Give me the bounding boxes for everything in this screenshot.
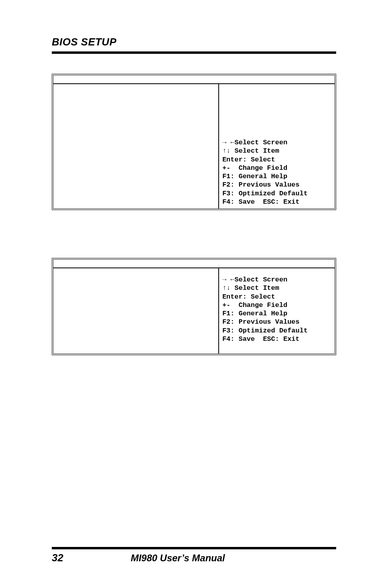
help-change-field: +- Change Field: [222, 301, 331, 309]
help-enter: Enter: Select: [222, 155, 331, 164]
help-select-item: ↑↓ Select Item: [222, 284, 331, 292]
page-footer: 32 MI980 User’s Manual: [0, 547, 380, 564]
help-enter: Enter: Select: [222, 293, 331, 301]
help-opt-default: F3: Optimized Default: [222, 189, 331, 198]
help-select-item: ↑↓ Select Item: [222, 147, 331, 155]
bios-box-2-titlebar: [53, 260, 335, 268]
page-number: 32: [52, 552, 63, 564]
bios-box-2-left-pane: [53, 268, 219, 354]
help-save-exit: F4: Save ESC: Exit: [222, 335, 331, 343]
help-opt-default: F3: Optimized Default: [222, 326, 331, 335]
section-header: BIOS SETUP: [52, 36, 336, 48]
bios-box-1-left-pane: [53, 84, 219, 208]
bios-box-1-titlebar: [53, 75, 335, 84]
help-save-exit: F4: Save ESC: Exit: [222, 198, 331, 206]
help-select-screen: → ←Select Screen: [222, 138, 331, 147]
help-general-help: F1: General Help: [222, 172, 331, 181]
footer-rule: [52, 547, 336, 549]
help-prev-values: F2: Previous Values: [222, 181, 331, 189]
bios-box-2-help-pane: → ←Select Screen ↑↓ Select Item Enter: S…: [219, 268, 335, 354]
bios-box-1-help-pane: → ←Select Screen ↑↓ Select Item Enter: S…: [219, 84, 335, 208]
manual-title: MI980 User’s Manual: [131, 553, 225, 564]
help-prev-values: F2: Previous Values: [222, 318, 331, 326]
help-change-field: +- Change Field: [222, 164, 331, 172]
help-general-help: F1: General Help: [222, 309, 331, 318]
header-rule: [52, 51, 336, 54]
help-select-screen: → ←Select Screen: [222, 275, 331, 284]
bios-box-1: → ←Select Screen ↑↓ Select Item Enter: S…: [52, 74, 336, 210]
bios-box-2: → ←Select Screen ↑↓ Select Item Enter: S…: [52, 258, 336, 355]
